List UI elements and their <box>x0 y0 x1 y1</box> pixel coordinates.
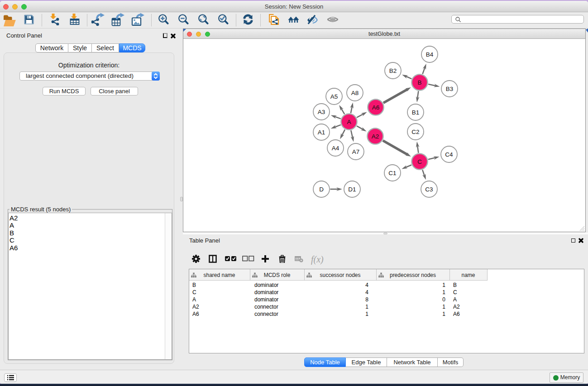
svg-text:B4: B4 <box>426 51 434 58</box>
svg-text:A6: A6 <box>372 104 380 111</box>
svg-text:C3: C3 <box>425 186 433 193</box>
svg-text:A3: A3 <box>318 109 325 115</box>
svg-text:A2: A2 <box>372 133 379 140</box>
svg-text:C1: C1 <box>388 170 396 176</box>
svg-text:C: C <box>417 158 422 165</box>
svg-text:A4: A4 <box>332 145 339 152</box>
svg-text:A5: A5 <box>330 93 338 100</box>
svg-text:A: A <box>347 119 351 125</box>
svg-text:D1: D1 <box>348 186 356 193</box>
svg-text:A7: A7 <box>352 148 360 155</box>
svg-text:B1: B1 <box>412 109 420 116</box>
svg-text:A1: A1 <box>318 129 325 136</box>
svg-text:B2: B2 <box>389 67 397 74</box>
svg-text:B3: B3 <box>446 86 454 92</box>
svg-text:C4: C4 <box>445 151 453 158</box>
svg-text:C2: C2 <box>411 129 419 135</box>
svg-text:B: B <box>417 79 421 86</box>
svg-text:A8: A8 <box>351 90 359 96</box>
svg-text:D: D <box>319 186 324 193</box>
